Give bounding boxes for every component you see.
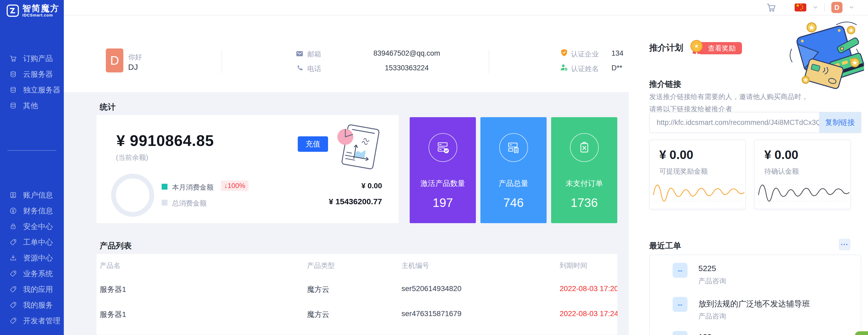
medal-icon: ★ xyxy=(690,40,704,55)
column-header-name: 产品名 xyxy=(100,261,120,270)
stat-card-label: 激活产品数量 xyxy=(410,178,476,189)
dashboard-page: 智简魔方 IDCSmart.com 订购产品 云服务器 独立服务器 其他 xyxy=(0,0,868,335)
tag-icon xyxy=(9,286,17,293)
sidebar-item-my-apps[interactable]: 我的应用 xyxy=(0,281,64,297)
brand-logo-icon xyxy=(6,4,19,17)
referral-title: 推介计划 xyxy=(649,42,683,54)
legend-label-month: 本月消费金额 xyxy=(172,183,214,192)
phone-icon xyxy=(296,64,303,72)
stat-card-label: 未支付订单 xyxy=(551,178,617,189)
database-icon xyxy=(9,102,17,109)
balance-amount: ¥ 9910864.85 xyxy=(117,132,214,149)
tag-icon xyxy=(9,239,17,246)
pending-amount-card: ¥ 0.00 待确认金额 xyxy=(754,140,851,209)
stat-card-value: 1736 xyxy=(551,195,617,210)
month-consumption-value: ¥ 0.00 xyxy=(309,182,382,190)
sidebar-item-account-info[interactable]: 账户信息 xyxy=(0,187,64,203)
sidebar-item-resource-center[interactable]: 资源中心 xyxy=(0,250,64,266)
flag-star-icon: ★ xyxy=(796,3,800,8)
tag-icon xyxy=(9,270,17,277)
sidebar-item-cloud-server[interactable]: 云服务器 xyxy=(0,66,64,82)
pending-amount: ¥ 0.00 xyxy=(764,147,798,162)
ticket-category: 产品咨询 xyxy=(699,276,726,286)
brand-logo[interactable]: 智简魔方 IDCSmart.com xyxy=(6,4,60,17)
database-icon xyxy=(9,86,17,93)
certified-name-person-icon xyxy=(560,63,568,72)
reward-sparkline-chart xyxy=(652,179,745,206)
phone-label: 电话 xyxy=(307,64,321,74)
avatar[interactable]: D xyxy=(831,2,842,13)
referral-link-title: 推介链接 xyxy=(649,79,681,90)
brand-title: 智简魔方 xyxy=(22,4,60,13)
legend-swatch-total xyxy=(162,200,167,205)
cart-icon[interactable] xyxy=(767,3,776,12)
cell-product-name: 服务器1 xyxy=(100,309,126,319)
main-content: D 你好 DJ 邮箱 839467502@qq.com 电话 153303632… xyxy=(64,16,629,335)
stat-card-ring xyxy=(570,133,599,162)
column-header-host: 主机编号 xyxy=(401,261,429,270)
stat-card-active-products[interactable]: 激活产品数量 197 xyxy=(410,117,476,223)
ticket-title: 5225 xyxy=(699,264,716,273)
stat-card-total-products[interactable]: 产品总量 746 xyxy=(480,117,547,223)
medal-star: ★ xyxy=(690,40,703,52)
referral-description: 发送推介链接给有需要的人，邀请他人购买商品时， 请将以下链接发给被推介者 xyxy=(649,90,808,115)
brand-subtitle: IDCSmart.com xyxy=(22,13,60,17)
chat-float-button[interactable] xyxy=(855,331,868,335)
tag-icon xyxy=(9,317,17,324)
sidebar-item-label: 其他 xyxy=(23,101,38,111)
ticket-badge: -- xyxy=(673,297,687,312)
sidebar-item-business-system[interactable]: 业务系统 xyxy=(0,266,64,281)
ticket-title: 放到法规的广泛地不发达辅导班 xyxy=(699,299,810,309)
stat-card-unpaid-orders[interactable]: 未支付订单 1736 xyxy=(551,117,617,223)
reward-label: 可提现奖励金额 xyxy=(659,167,708,176)
ticket-badge: -- xyxy=(673,263,687,278)
products-table: 产品名 产品类型 主机编号 到期时间 服务器1 魔方云 ser520614934… xyxy=(96,254,617,335)
referral-link-input[interactable]: http://kfc.idcsmart.com/recommend/J4i8MC… xyxy=(650,118,819,127)
cell-expiry-time: 2022-08-03 17:20 xyxy=(560,284,617,293)
cell-host-id: ser476315871679 xyxy=(401,309,462,318)
products-section-title: 产品列表 xyxy=(100,241,132,251)
sidebar-item-label: 我的应用 xyxy=(23,284,53,295)
divider xyxy=(489,50,489,73)
balance-note: (当前余额) xyxy=(116,153,148,162)
referral-link-box: http://kfc.idcsmart.com/recommend/J4i8MC… xyxy=(649,112,861,133)
sidebar-nav-account: 账户信息 财务信息 安全中心 工单中心 资源中心 业务系统 xyxy=(0,187,64,329)
sidebar-item-my-services[interactable]: 我的服务 xyxy=(0,297,64,313)
sidebar-item-label: 订购产品 xyxy=(23,54,53,64)
stat-card-label: 产品总量 xyxy=(480,178,547,189)
sidebar-item-label: 工单中心 xyxy=(23,237,53,247)
server-check-icon xyxy=(436,140,450,155)
referral-description-line: 发送推介链接给有需要的人，邀请他人购买商品时， xyxy=(649,90,808,103)
chevron-down-icon[interactable] xyxy=(849,5,854,10)
sidebar-item-developer-admin[interactable]: 开发者管理 xyxy=(0,313,64,329)
total-consumption-value: ¥ 15436200.77 xyxy=(293,197,382,206)
referral-panel: 推介计划 ★ 查看奖励 xyxy=(629,16,868,335)
sidebar-item-label: 安全中心 xyxy=(23,222,53,232)
sidebar-item-other[interactable]: 其他 xyxy=(0,98,64,113)
mail-icon xyxy=(296,50,303,57)
view-rewards-button[interactable]: 查看奖励 xyxy=(699,42,742,54)
stat-card-ring xyxy=(499,133,528,162)
language-flag-china[interactable]: ★ ★ ★ ★ ★ xyxy=(795,3,806,11)
user-avatar[interactable]: D xyxy=(106,49,123,73)
sidebar-item-label: 财务信息 xyxy=(23,206,53,216)
topbar: ★ ★ ★ ★ ★ D xyxy=(64,0,868,16)
recent-tickets-title: 最近工单 xyxy=(649,241,681,251)
tickets-more-button[interactable]: ··· xyxy=(839,239,850,250)
sidebar-item-finance-info[interactable]: 财务信息 xyxy=(0,203,64,219)
column-header-expiry: 到期时间 xyxy=(560,261,587,270)
sidebar-item-order-product[interactable]: 订购产品 xyxy=(0,51,64,66)
sidebar-item-security-center[interactable]: 安全中心 xyxy=(0,219,64,234)
copy-link-button[interactable]: 复制链接 xyxy=(819,112,861,133)
flag-star-icon: ★ xyxy=(800,8,802,11)
cell-expiry-time: 2022-08-03 17:24 xyxy=(560,309,617,318)
cert-company-value: 134 xyxy=(612,49,623,57)
email-label: 邮箱 xyxy=(307,50,321,59)
pending-sparkline-chart xyxy=(757,179,850,206)
withdrawable-reward-card: ¥ 0.00 可提现奖励金额 xyxy=(649,140,746,209)
recharge-button[interactable]: 充值 xyxy=(298,136,328,152)
card-list-icon xyxy=(506,140,521,155)
chevron-down-icon[interactable] xyxy=(813,5,818,10)
sidebar-item-ticket-center[interactable]: 工单中心 xyxy=(0,234,64,250)
sidebar-item-dedicated-server[interactable]: 独立服务器 xyxy=(0,82,64,98)
